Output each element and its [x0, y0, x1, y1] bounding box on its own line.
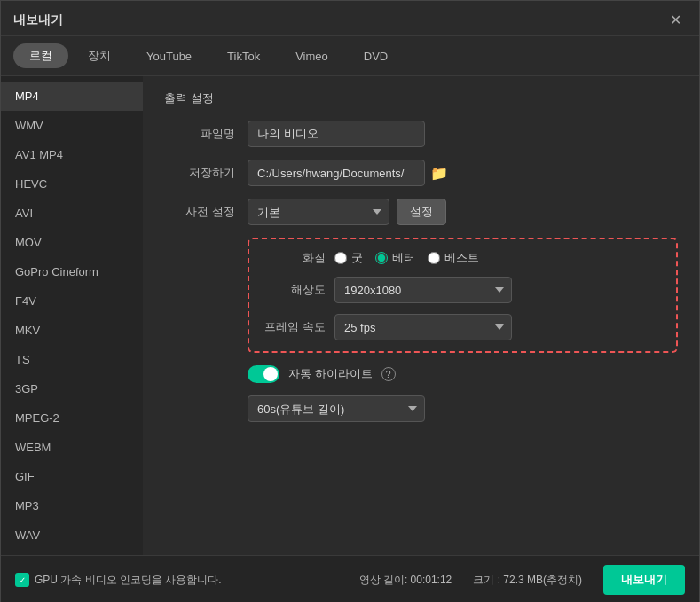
quality-good-radio[interactable]	[334, 252, 347, 264]
sidebar-item-hevc[interactable]: HEVC	[1, 169, 143, 199]
sidebar-item-mov[interactable]: MOV	[1, 228, 143, 257]
duration-info: 영상 길이: 00:01:12	[359, 573, 452, 588]
help-icon[interactable]: ?	[381, 367, 396, 381]
section-title: 출력 설정	[164, 90, 678, 106]
content-area: MP4 WMV AV1 MP4 HEVC AVI MOV GoPro Cinef…	[1, 76, 699, 555]
duration-select[interactable]: 60s(유튜브 길이)	[248, 395, 425, 422]
main-panel: 출력 설정 파일명 저장하기 📁 사전 설정 기본	[143, 76, 699, 555]
size-info: 크기 : 72.3 MB(추정치)	[473, 573, 582, 588]
setting-button[interactable]: 설정	[397, 199, 446, 225]
framerate-select[interactable]: 25 fps	[334, 314, 512, 340]
preset-row: 사전 설정 기본 설정	[164, 199, 678, 225]
path-row: 📁	[248, 160, 448, 186]
auto-highlight-row: 자동 하이라이트 ?	[248, 365, 678, 383]
quality-better-radio[interactable]	[375, 252, 388, 264]
savepath-input[interactable]	[248, 160, 425, 186]
title-bar: 내보내기 ✕	[1, 1, 699, 36]
sidebar-item-av1mp4[interactable]: AV1 MP4	[1, 140, 143, 169]
sidebar-item-gopro[interactable]: GoPro Cineform	[1, 257, 143, 286]
sidebar-item-mkv[interactable]: MKV	[1, 316, 143, 345]
quality-best-radio[interactable]	[428, 252, 440, 264]
filename-input[interactable]	[248, 121, 425, 147]
sidebar-item-wav[interactable]: WAV	[1, 520, 143, 550]
framerate-label: 프레임 속도	[263, 319, 326, 335]
dialog: 내보내기 ✕ 로컬 장치 YouTube TikTok Vimeo DVD MP…	[0, 0, 700, 602]
auto-highlight-toggle[interactable]	[248, 365, 279, 383]
tab-device[interactable]: 장치	[72, 43, 127, 68]
quality-better-label[interactable]: 베터	[375, 250, 415, 266]
sidebar-item-webm[interactable]: WEBM	[1, 433, 143, 462]
resolution-row: 해상도 1920x1080	[263, 277, 662, 303]
quality-best-label[interactable]: 베스트	[428, 250, 479, 266]
framerate-row: 프레임 속도 25 fps	[263, 314, 662, 340]
close-button[interactable]: ✕	[665, 10, 687, 30]
gpu-text: GPU 가속 비디오 인코딩을 사용합니다.	[35, 573, 222, 588]
folder-icon[interactable]: 📁	[430, 165, 448, 182]
quality-label: 화질	[263, 250, 326, 266]
sidebar: MP4 WMV AV1 MP4 HEVC AVI MOV GoPro Cinef…	[1, 76, 143, 555]
size-value: 72.3 MB(추정치)	[503, 574, 582, 586]
dialog-title: 내보내기	[13, 12, 63, 28]
quality-good-text: 굿	[351, 250, 363, 266]
sidebar-item-mp3[interactable]: MP3	[1, 491, 143, 520]
sidebar-item-wmv[interactable]: WMV	[1, 111, 143, 140]
size-label: 크기 :	[473, 574, 500, 586]
gpu-check-icon: ✓	[15, 573, 29, 587]
tab-tiktok[interactable]: TikTok	[211, 45, 276, 67]
sidebar-item-ts[interactable]: TS	[1, 345, 143, 374]
quality-best-text: 베스트	[444, 250, 479, 266]
filename-row: 파일명	[164, 121, 678, 147]
duration-value: 00:01:12	[411, 574, 452, 586]
quality-box: 화질 굿 베터 베스트	[248, 238, 678, 353]
quality-row: 화질 굿 베터 베스트	[263, 250, 662, 266]
duration-label: 영상 길이:	[359, 574, 408, 586]
duration-row: 60s(유튜브 길이)	[248, 395, 678, 422]
sidebar-item-f4v[interactable]: F4V	[1, 286, 143, 316]
tab-youtube[interactable]: YouTube	[130, 45, 208, 67]
resolution-select[interactable]: 1920x1080	[334, 277, 512, 303]
auto-highlight-label: 자동 하이라이트	[288, 366, 373, 382]
footer: ✓ GPU 가속 비디오 인코딩을 사용합니다. 영상 길이: 00:01:12…	[1, 555, 699, 602]
tab-dvd[interactable]: DVD	[348, 45, 404, 67]
savepath-label: 저장하기	[164, 165, 235, 181]
preset-label: 사전 설정	[164, 204, 235, 220]
quality-radio-group: 굿 베터 베스트	[334, 250, 479, 266]
quality-better-text: 베터	[392, 250, 415, 266]
filename-label: 파일명	[164, 126, 235, 142]
sidebar-item-mpeg2[interactable]: MPEG-2	[1, 403, 143, 433]
savepath-row: 저장하기 📁	[164, 160, 678, 186]
preset-controls: 기본 설정	[248, 199, 446, 225]
tab-local[interactable]: 로컬	[13, 43, 68, 68]
sidebar-item-avi[interactable]: AVI	[1, 199, 143, 228]
preset-select[interactable]: 기본	[248, 199, 389, 225]
resolution-label: 해상도	[263, 282, 326, 298]
export-button[interactable]: 내보내기	[603, 565, 685, 595]
sidebar-item-gif[interactable]: GIF	[1, 462, 143, 491]
sidebar-item-3gp[interactable]: 3GP	[1, 374, 143, 403]
sidebar-item-mp4[interactable]: MP4	[1, 82, 143, 111]
gpu-info: ✓ GPU 가속 비디오 인코딩을 사용합니다.	[15, 573, 222, 588]
tab-bar: 로컬 장치 YouTube TikTok Vimeo DVD	[1, 36, 699, 76]
quality-good-label[interactable]: 굿	[334, 250, 363, 266]
tab-vimeo[interactable]: Vimeo	[279, 45, 344, 67]
